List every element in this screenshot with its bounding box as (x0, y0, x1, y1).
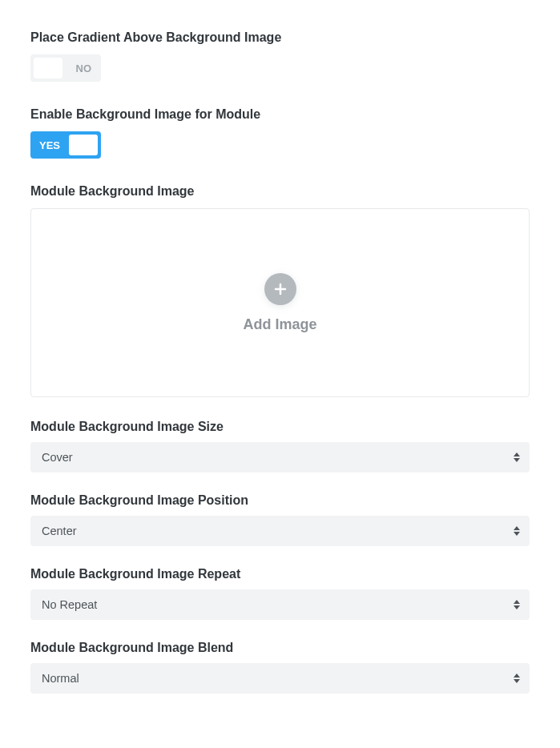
bg-repeat-label: Module Background Image Repeat (30, 567, 530, 581)
toggle-yes-text: YES (39, 139, 60, 151)
add-image-text: Add Image (243, 316, 316, 333)
bg-image-label: Module Background Image (30, 184, 530, 199)
toggle-handle (69, 135, 98, 155)
gradient-above-label: Place Gradient Above Background Image (30, 30, 530, 45)
gradient-above-toggle[interactable]: NO (30, 54, 101, 82)
enable-bg-toggle[interactable]: YES (30, 131, 101, 159)
add-image-upload[interactable]: Add Image (30, 208, 530, 397)
toggle-handle (34, 58, 62, 78)
bg-blend-label: Module Background Image Blend (30, 641, 530, 655)
toggle-no-text: NO (76, 62, 92, 74)
bg-position-label: Module Background Image Position (30, 493, 530, 508)
bg-size-select[interactable]: Cover (30, 442, 530, 473)
bg-repeat-select[interactable]: No Repeat (30, 589, 530, 620)
plus-icon (264, 273, 296, 305)
bg-blend-select[interactable]: Normal (30, 663, 530, 694)
bg-position-select[interactable]: Center (30, 516, 530, 546)
enable-bg-label: Enable Background Image for Module (30, 107, 530, 122)
bg-size-label: Module Background Image Size (30, 420, 530, 434)
